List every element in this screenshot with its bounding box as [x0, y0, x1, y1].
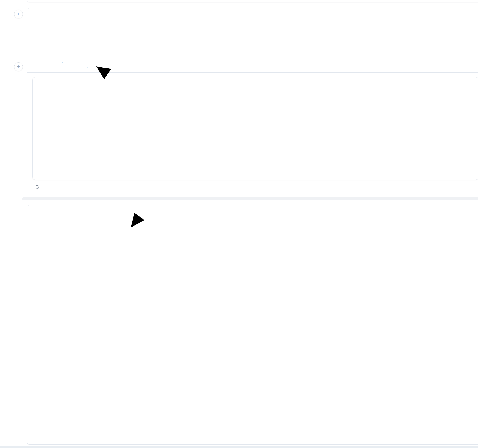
- table-body: [32, 124, 478, 180]
- results-footer: [32, 183, 217, 191]
- python-code-editor[interactable]: [27, 205, 478, 283]
- altair-chart-output: [27, 283, 478, 444]
- python-cell: [27, 205, 478, 445]
- add-cell-button-top[interactable]: +: [14, 10, 23, 19]
- add-cell-button-output[interactable]: +: [14, 62, 23, 71]
- sql-cell: [27, 8, 478, 73]
- notebook-page: + +: [0, 0, 478, 448]
- cell-divider-strip[interactable]: [22, 198, 478, 200]
- search-icon[interactable]: [35, 185, 40, 190]
- output-variable-bar: [27, 59, 478, 72]
- sql-code-editor[interactable]: [27, 8, 478, 59]
- output-variable-pill[interactable]: [62, 62, 88, 68]
- previous-cell-fragment: [27, 0, 478, 2]
- table-header: [32, 77, 478, 124]
- next-cell-strip[interactable]: [0, 446, 478, 448]
- results-table-card: [32, 77, 478, 180]
